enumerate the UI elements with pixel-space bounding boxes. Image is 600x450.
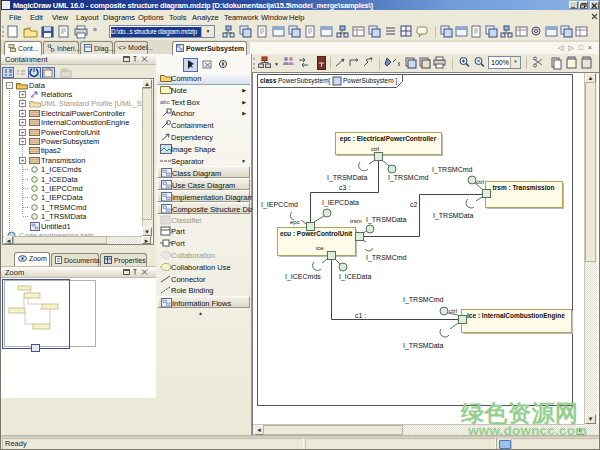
- svg-text:I_IEPCCmd: I_IEPCCmd: [261, 201, 298, 209]
- svg-text:abc: abc: [160, 99, 170, 105]
- svg-text:I_TRSMCmd: I_TRSMCmd: [388, 174, 429, 182]
- svg-text:c3 :: c3 :: [339, 184, 350, 191]
- svg-text:I_TRSMCmd: I_TRSMCmd: [432, 166, 473, 174]
- svg-text:class: class: [260, 77, 277, 84]
- svg-text:ctrl: ctrl: [371, 146, 379, 152]
- svg-text:PowerSubsystem ]: PowerSubsystem ]: [343, 77, 397, 85]
- svg-text:c1 :: c1 :: [355, 312, 366, 319]
- svg-text:ecu : PowerControlUnit: ecu : PowerControlUnit: [280, 230, 353, 237]
- svg-text:I_TRSMCmd: I_TRSMCmd: [403, 296, 444, 304]
- svg-text:I_TRSMData: I_TRSMData: [327, 174, 368, 182]
- svg-text:I_TRSMData: I_TRSMData: [403, 342, 444, 350]
- svg-text:trsm : Transmission: trsm : Transmission: [493, 184, 555, 191]
- svg-text:epc : ElectricalPowerControlle: epc : ElectricalPowerController: [340, 135, 437, 143]
- svg-text:I_TRSMCmd: I_TRSMCmd: [366, 254, 407, 262]
- svg-text:c2: c2: [410, 201, 418, 208]
- svg-text:I_ICEData: I_ICEData: [339, 273, 371, 281]
- svg-text:trsm: trsm: [350, 218, 362, 224]
- svg-text:I_IEPCData: I_IEPCData: [322, 199, 359, 207]
- svg-text:I_TRSMData: I_TRSMData: [366, 216, 407, 224]
- svg-text:ice: ice: [316, 245, 324, 251]
- svg-text:ctrl: ctrl: [476, 179, 484, 185]
- svg-text:epc: epc: [290, 219, 300, 225]
- svg-text:I_TRSMData: I_TRSMData: [433, 212, 474, 220]
- svg-text:I_ICECmds: I_ICECmds: [285, 273, 321, 281]
- svg-text:PowerSubsystem[: PowerSubsystem[: [278, 77, 331, 85]
- svg-text:ice : InternalCombustionEngine: ice : InternalCombustionEngine: [467, 312, 565, 320]
